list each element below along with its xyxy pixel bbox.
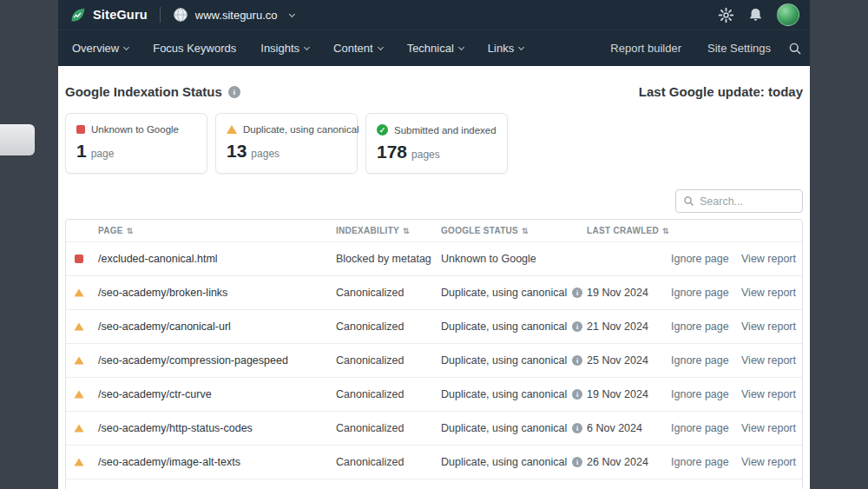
cell-page: /excluded-canonical.html xyxy=(98,253,336,265)
info-icon[interactable] xyxy=(572,287,582,298)
cell-indexability: Canonicalized xyxy=(336,388,441,400)
ignore-page-link[interactable]: Ignore page xyxy=(671,422,729,434)
user-avatar[interactable] xyxy=(777,3,799,26)
view-report-link[interactable]: View report xyxy=(741,320,796,333)
cell-page: /seo-academy/ctr-curve xyxy=(98,388,336,400)
col-header-page[interactable]: Page xyxy=(98,226,336,235)
search-icon[interactable] xyxy=(788,42,802,56)
chevron-down-icon xyxy=(304,44,310,50)
table-row: /excluded-canonical.html Blocked by meta… xyxy=(66,241,802,275)
cell-page: /seo-academy/compression-pagespeed xyxy=(98,354,336,367)
brand-name: SiteGuru xyxy=(93,8,148,22)
info-icon[interactable] xyxy=(572,389,582,400)
title-info-icon[interactable] xyxy=(228,86,240,98)
row-status-icon xyxy=(74,390,83,398)
cell-status-text: Unknown to Google xyxy=(441,253,536,265)
nav-item-insights[interactable]: Insights xyxy=(260,42,309,55)
nav-right: Report builder Site Settings xyxy=(602,42,802,56)
sort-icon[interactable] xyxy=(403,227,410,235)
cell-crawled: 19 Nov 2024 xyxy=(587,287,671,299)
page-title: Google Indexation Status xyxy=(65,84,240,99)
table-row: /seo-academy/broken-links Canonicalized … xyxy=(66,275,802,309)
cell-crawled: 25 Nov 2024 xyxy=(587,354,671,367)
cell-indexability: Canonicalized xyxy=(336,320,441,333)
sort-icon[interactable] xyxy=(127,227,134,235)
cell-crawled: 21 Nov 2024 xyxy=(587,320,671,333)
card-label: Unknown to Google xyxy=(91,124,179,135)
card-unknown-to-google: Unknown to Google 1 page xyxy=(65,113,207,174)
view-report-link[interactable]: View report xyxy=(741,354,796,367)
cell-indexability: Canonicalized xyxy=(336,422,441,434)
col-header-google-status[interactable]: Google status xyxy=(441,226,587,235)
report-builder-link[interactable]: Report builder xyxy=(610,42,681,55)
cell-status-text: Duplicate, using canonical xyxy=(441,287,567,299)
sort-icon[interactable] xyxy=(522,227,529,235)
ignore-page-link[interactable]: Ignore page xyxy=(671,456,729,468)
table-row: /seo-academy/canonical-url Canonicalized… xyxy=(66,309,802,343)
cell-status-text: Duplicate, using canonical xyxy=(441,456,567,468)
ignore-page-link[interactable]: Ignore page xyxy=(671,388,729,400)
nav-item-content[interactable]: Content xyxy=(333,42,383,55)
site-selector[interactable]: www.siteguru.co xyxy=(173,7,294,23)
ignore-page-link[interactable]: Ignore page xyxy=(671,354,729,367)
cell-indexability: Blocked by metatag xyxy=(336,253,441,265)
cell-crawled: 26 Nov 2024 xyxy=(587,456,671,468)
topbar-right xyxy=(718,3,799,26)
ignore-page-link[interactable]: Ignore page xyxy=(671,253,729,265)
table-header-row: Page Indexability Google status Last cra… xyxy=(66,220,802,241)
brand[interactable]: SiteGuru xyxy=(69,6,148,24)
chevron-down-icon xyxy=(288,10,294,17)
view-report-link[interactable]: View report xyxy=(741,388,796,400)
cell-page: /seo-academy/http-status-codes xyxy=(98,422,336,434)
view-report-link[interactable]: View report xyxy=(741,456,796,468)
cell-indexability: Canonicalized xyxy=(336,287,441,299)
gear-icon[interactable] xyxy=(718,7,734,23)
main-nav: Overview Focus Keywords Insights Content… xyxy=(58,30,810,66)
info-icon[interactable] xyxy=(572,457,582,467)
row-status-icon xyxy=(74,356,83,364)
col-header-last-crawled[interactable]: Last crawled xyxy=(587,226,671,235)
cell-status-text: Duplicate, using canonical xyxy=(441,354,567,367)
table-body: /excluded-canonical.html Blocked by meta… xyxy=(66,241,802,479)
cell-page: /seo-academy/canonical-url xyxy=(98,320,336,333)
col-header-indexability[interactable]: Indexability xyxy=(336,226,441,235)
ignore-page-link[interactable]: Ignore page xyxy=(671,320,729,333)
info-icon[interactable] xyxy=(572,423,582,433)
indexed-status-icon xyxy=(377,124,388,135)
search-input[interactable] xyxy=(700,195,795,208)
row-status-icon xyxy=(74,288,83,296)
search-row xyxy=(65,189,803,213)
cell-page: /seo-academy/image-alt-texts xyxy=(98,456,336,468)
chevron-down-icon xyxy=(123,44,129,50)
row-status-icon xyxy=(74,424,83,432)
card-unit: pages xyxy=(251,148,279,160)
sort-icon[interactable] xyxy=(662,227,669,235)
ignore-page-link[interactable]: Ignore page xyxy=(671,287,729,299)
chevron-down-icon xyxy=(458,44,464,50)
table-search[interactable] xyxy=(675,189,803,213)
nav-item-technical[interactable]: Technical xyxy=(407,42,464,55)
nav-item-links[interactable]: Links xyxy=(488,42,523,55)
cell-status-text: Duplicate, using canonical xyxy=(441,422,567,434)
table-row: /seo-academy/http-status-codes Canonical… xyxy=(66,411,802,445)
indexation-table: Page Indexability Google status Last cra… xyxy=(65,219,803,489)
view-report-link[interactable]: View report xyxy=(741,287,796,299)
view-report-link[interactable]: View report xyxy=(741,253,796,265)
site-settings-link[interactable]: Site Settings xyxy=(707,42,771,55)
globe-icon xyxy=(173,7,188,23)
cell-crawled: 6 Nov 2024 xyxy=(587,422,671,434)
info-icon[interactable] xyxy=(572,355,582,366)
view-report-link[interactable]: View report xyxy=(741,422,796,434)
cell-status-text: Duplicate, using canonical xyxy=(441,320,567,333)
duplicate-status-icon xyxy=(227,125,237,134)
row-status-icon xyxy=(74,458,83,466)
nav-item-focus-keywords[interactable]: Focus Keywords xyxy=(153,42,236,55)
nav-item-overview[interactable]: Overview xyxy=(72,42,128,55)
app-window: SiteGuru www.siteguru.co xyxy=(58,0,810,489)
row-status-icon xyxy=(74,322,83,330)
topbar-divider xyxy=(160,7,161,23)
bell-icon[interactable] xyxy=(748,7,763,23)
card-label: Submitted and indexed xyxy=(394,125,496,135)
summary-cards: Unknown to Google 1 page Duplicate, usin… xyxy=(65,113,803,174)
info-icon[interactable] xyxy=(572,321,582,332)
